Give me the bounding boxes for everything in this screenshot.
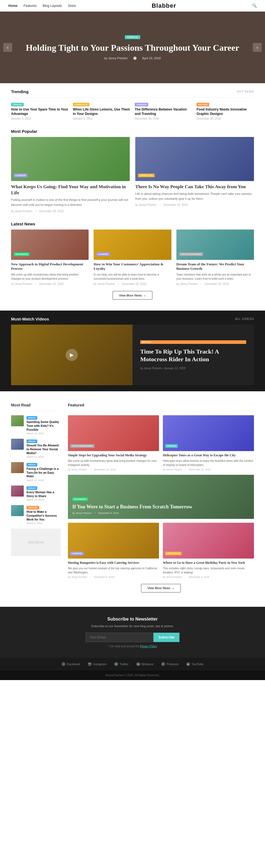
featured-card-1-date: December 12, 2018	[94, 468, 116, 471]
most-popular-header: Most Popular	[11, 129, 254, 134]
trending-item-2[interactable]: LIFESTYLE When Life Gives Lemons, Use Th…	[73, 102, 130, 120]
news-card-1[interactable]: BUSINESS New Approach to Digital Product…	[11, 229, 88, 286]
trending-date-3: December 30, 2018	[135, 117, 192, 120]
popular-card-2-meta: by Jenny Preston • December 24, 2018	[135, 204, 254, 207]
videos-section: Must-Watch Videos ALL VIDEOS ▶ DESIGN Ti…	[0, 311, 265, 391]
social-youtube[interactable]: ▶ YouTube	[186, 662, 204, 666]
social-behance[interactable]: Be Behance	[136, 662, 154, 666]
featured-divider	[68, 411, 254, 411]
popular-card-1[interactable]: CAREER What Keeps Us Going: Find Your Wa…	[11, 137, 130, 213]
social-instagram[interactable]: 📷 Instagram	[88, 662, 107, 666]
trending-date-4: December 28, 2018	[196, 117, 254, 120]
nav-right: 🔍	[252, 3, 257, 8]
featured-bottom-card-1-tag-wrap: CAREER	[70, 551, 84, 556]
footer-copyright: AxurraThemes © 2024. All Rights Reserved…	[0, 671, 265, 680]
nav-blog-layouts[interactable]: Blog Layouts	[43, 4, 62, 8]
featured-card-1-tag: UNCATEGORIZED	[70, 444, 95, 448]
featured-bottom-grid: CAREER Hosting Banquettes is Easy with C…	[68, 523, 254, 579]
nav-store[interactable]: Store	[68, 4, 76, 8]
social-pinterest[interactable]: P Pinterest	[161, 662, 178, 666]
news-card-3[interactable]: UNCATEGORIZED Dream Team of the Future: …	[177, 229, 254, 286]
nav-home[interactable]: Home	[8, 4, 18, 8]
behance-icon: Be	[136, 662, 140, 666]
videos-container: Must-Watch Videos ALL VIDEOS ▶ DESIGN Ti…	[5, 317, 260, 385]
videos-link[interactable]: ALL VIDEOS	[235, 317, 254, 320]
featured-bottom-card-2-excerpt: This includes night clubs, lounge bars, …	[163, 566, 254, 575]
social-facebook-label: Facebook	[67, 662, 80, 666]
video-author: by Jenny Preston	[140, 367, 161, 370]
trending-date-2: January 2, 2019	[73, 117, 130, 120]
nav-features[interactable]: Features	[24, 4, 36, 8]
newsletter-subscribe-button[interactable]: Subscribe	[154, 633, 180, 642]
trending-section: Trending HOT NEWS TRAVEL How to Use Your…	[11, 83, 254, 123]
videos-title: Must-Watch Videos	[11, 317, 49, 321]
featured-bottom-card-1-author: by Jenny Preston	[68, 576, 87, 579]
news-card-2-date: December 26, 2018	[122, 282, 146, 285]
news-card-1-img-wrap: BUSINESS	[11, 229, 88, 260]
hero-title: Holding Tight to Your Passions Throughou…	[26, 42, 239, 53]
site-logo: Blabber	[152, 2, 176, 9]
news-card-3-author: by Jenny Preston	[177, 282, 197, 285]
newsletter-email-input[interactable]	[85, 633, 154, 642]
video-date: January 12, 2019	[164, 367, 185, 370]
trending-item-4[interactable]: DESIGN Food Industry Needs Innovative Gr…	[196, 102, 254, 120]
featured-card-2[interactable]: TRAVEL Helicopter Tours as a Great Way t…	[163, 415, 254, 471]
newsletter-title: Subscribe to Newsletter	[5, 617, 260, 622]
trending-link[interactable]: HOT NEWS	[237, 90, 254, 93]
instagram-icon: 📷	[88, 662, 91, 666]
news-card-2-tag-wrap: CAREER	[96, 252, 110, 257]
social-youtube-label: YouTube	[191, 662, 204, 666]
popular-grid: CAREER What Keeps Us Going: Find Your Wa…	[11, 137, 254, 213]
play-button[interactable]: ▶	[66, 349, 78, 361]
news-card-2-author: by Jenny Preston	[94, 282, 115, 285]
featured-card-1[interactable]: UNCATEGORIZED Simple Steps for Upgrading…	[68, 415, 159, 471]
most-read-tag-2: IDEAS	[26, 439, 37, 443]
popular-card-2-excerpt: Life is about taking chances and being b…	[135, 191, 254, 201]
news-card-1-title: New Approach to Digital Product Developm…	[11, 262, 88, 272]
popular-card-1-tag-wrap: CAREER	[14, 173, 27, 178]
featured-bottom-card-2[interactable]: LIFESTYLE Where to Go to Have a Great Bi…	[163, 523, 254, 579]
most-read-info-3: IDEAS Facing a Challenge is a Turn-On fo…	[26, 462, 61, 482]
popular-card-1-date: December 28, 2018	[39, 210, 63, 213]
hero-prev-button[interactable]: ‹	[3, 43, 12, 52]
privacy-policy-link[interactable]: Privacy Policy	[140, 645, 157, 648]
most-read-thumb-5	[11, 505, 24, 516]
facebook-icon: f	[61, 662, 65, 666]
featured-big-card[interactable]: BUSINESS If You Were to Start a Business…	[68, 475, 254, 519]
social-twitter[interactable]: 🐦 Twitter	[114, 662, 128, 666]
most-read-thumb-3	[11, 462, 24, 473]
view-more-featured-button[interactable]: View More News ⌄	[141, 584, 181, 592]
most-read-item-5[interactable]: DESIGN How to Make a Competitor's Succes…	[11, 505, 61, 525]
videos-header: Must-Watch Videos ALL VIDEOS	[11, 317, 254, 321]
popular-card-2[interactable]: LIFESTYLE There Is No Way People Can Tak…	[135, 137, 254, 213]
hero-date: April 10, 2018	[142, 57, 161, 60]
hero-next-button[interactable]: ›	[253, 43, 262, 52]
featured-bottom-card-1[interactable]: CAREER Hosting Banquettes is Easy with C…	[68, 523, 159, 579]
latest-news-section: Latest News BUSINESS New Approach to Dig…	[11, 216, 254, 305]
most-read-item-2[interactable]: IDEAS Should You Be Allowed to Remove Yo…	[11, 439, 61, 458]
hero-section: ‹ TOPICS Holding Tight to Your Passions …	[0, 11, 265, 83]
video-info: DESIGN Time To Rip Up This Track! A Moto…	[132, 324, 254, 385]
most-read-item-title-3: Facing a Challenge is a Turn-On for an E…	[26, 467, 61, 478]
most-read-date-2: March 12, 2019	[26, 456, 61, 458]
most-read-item-1[interactable]: IDEAS Spending Some Quality Time with Ki…	[11, 415, 61, 435]
most-read-item-3[interactable]: IDEAS Facing a Challenge is a Turn-On fo…	[11, 462, 61, 482]
featured-big-tag: BUSINESS	[72, 497, 88, 501]
view-more-featured-wrap: View More News ⌄	[68, 584, 254, 592]
search-icon[interactable]: 🔍	[252, 3, 257, 8]
featured-bottom-card-1-date: December 6, 2018	[94, 576, 114, 579]
most-read-date-3: March 12, 2019	[26, 479, 61, 482]
video-title: Time To Rip Up This Track! A Motocross R…	[140, 348, 246, 364]
most-popular-title: Most Popular	[11, 129, 37, 134]
featured-card-1-meta: by Jenny Preston • December 12, 2018	[68, 468, 159, 471]
trending-item-1[interactable]: TRAVEL How to Use Your Spare Time to You…	[11, 102, 69, 120]
ad-placeholder: 300x250 Ad	[11, 528, 61, 556]
news-card-1-date: December 23, 2018	[39, 282, 63, 285]
social-facebook[interactable]: f Facebook	[61, 662, 80, 666]
news-card-2[interactable]: CAREER How to Win Your Customers' Apprec…	[94, 229, 171, 286]
featured-card-2-author: by Jenny Preston	[163, 468, 182, 471]
most-read-item-4[interactable]: IDEAS Every Woman Has a Story to Share M…	[11, 486, 61, 501]
view-more-news-button[interactable]: View More News ⌄	[113, 291, 152, 300]
news-card-3-title: Dream Team of the Future: We Predict You…	[177, 262, 254, 272]
trending-item-3[interactable]: CAREER The Difference Between Vacation a…	[135, 102, 192, 120]
